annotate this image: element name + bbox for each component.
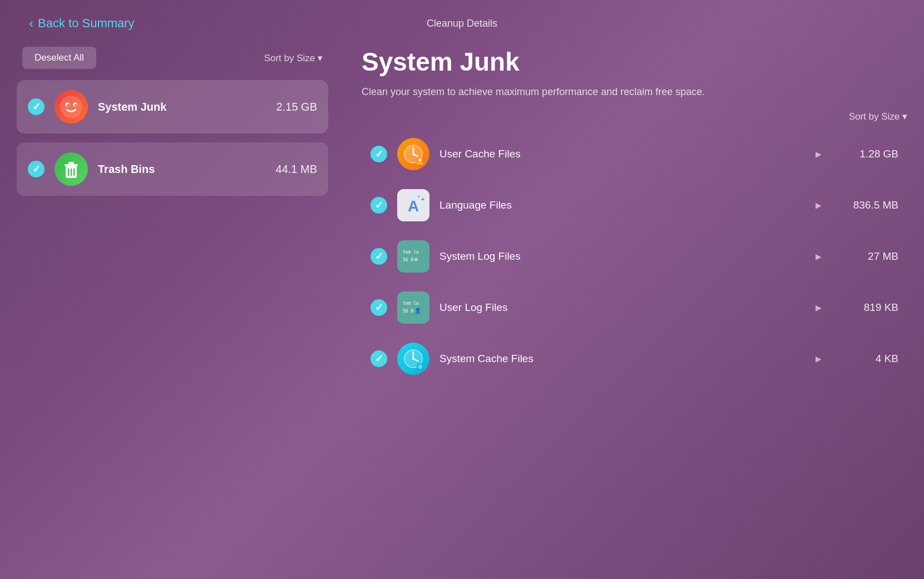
checkbox-user-cache[interactable]: ✓	[370, 146, 387, 162]
right-header: System Junk Clean your system to achieve…	[362, 47, 907, 100]
main-content: Deselect All Sort by Size ▾ ✓	[0, 47, 924, 579]
right-panel: System Junk Clean your system to achieve…	[328, 47, 907, 562]
language-label: Language Files	[439, 199, 806, 211]
expand-icon: ▶	[816, 252, 822, 261]
list-item-system-junk[interactable]: ✓ System Junk 2.15 GB	[17, 80, 328, 133]
check-icon: ✓	[375, 250, 383, 263]
syslog-label: System Log Files	[439, 250, 806, 263]
back-label: Back to Summary	[38, 16, 135, 31]
check-icon: ✓	[32, 101, 41, 113]
icon-userlog: tem lo 56 0👤	[397, 291, 429, 324]
header: ‹ Back to Summary Cleanup Details	[0, 0, 924, 47]
trash-bins-size: 44.1 MB	[276, 163, 317, 176]
check-icon: ✓	[375, 148, 383, 160]
icon-syslog: tem lo 56 0⚙	[397, 240, 429, 273]
check-icon: ✓	[375, 353, 383, 365]
left-panel: Deselect All Sort by Size ▾ ✓	[17, 47, 328, 562]
syscache-size: 4 KB	[843, 353, 898, 365]
svg-text:⚙: ⚙	[418, 364, 423, 370]
expand-icon: ▶	[816, 354, 822, 363]
icon-trash-bins	[55, 152, 88, 186]
detail-list: ✓ User Cache	[362, 131, 907, 382]
detail-description: Clean your system to achieve maximum per…	[362, 85, 740, 100]
svg-point-26	[412, 358, 414, 360]
list-item-trash-bins[interactable]: ✓ Trash Bins 44.1 MB	[17, 142, 328, 196]
svg-point-15	[412, 153, 414, 155]
syscache-label: System Cache Files	[439, 353, 806, 365]
svg-point-3	[67, 104, 69, 106]
svg-point-4	[75, 104, 77, 106]
userlog-size: 819 KB	[843, 301, 898, 314]
header-title: Cleanup Details	[427, 18, 497, 29]
checkbox-language[interactable]: ✓	[370, 197, 387, 214]
trash-bins-label: Trash Bins	[98, 163, 266, 176]
left-controls: Deselect All Sort by Size ▾	[17, 47, 328, 69]
svg-point-17	[419, 159, 422, 162]
detail-item-userlog[interactable]: ✓ tem lo 56 0👤 User Log Files ▶ 819 KB	[362, 285, 907, 330]
chevron-left-icon: ‹	[29, 16, 33, 31]
check-icon: ✓	[375, 301, 383, 314]
checkbox-trash-bins[interactable]: ✓	[28, 161, 45, 177]
svg-text:✦: ✦	[417, 195, 421, 199]
userlog-label: User Log Files	[439, 301, 806, 314]
expand-icon: ▶	[816, 303, 822, 312]
user-cache-label: User Cache Files	[439, 148, 806, 160]
svg-text:A: A	[408, 197, 419, 215]
detail-title: System Junk	[362, 47, 907, 77]
syslog-size: 27 MB	[843, 250, 898, 263]
deselect-all-button[interactable]: Deselect All	[22, 47, 96, 69]
detail-item-language[interactable]: ✓ A ✦ ✦ Language Files	[362, 182, 907, 228]
checkbox-system-junk[interactable]: ✓	[28, 98, 45, 115]
svg-point-0	[60, 96, 82, 118]
svg-text:✦: ✦	[421, 196, 425, 202]
svg-rect-7	[68, 162, 74, 165]
expand-icon: ▶	[816, 150, 822, 159]
detail-item-syslog[interactable]: ✓ tem lo 56 0⚙ System Log Files ▶ 27 MB	[362, 234, 907, 279]
system-junk-label: System Junk	[98, 101, 266, 113]
check-icon: ✓	[375, 199, 383, 211]
user-cache-size: 1.28 GB	[843, 148, 898, 160]
checkbox-syslog[interactable]: ✓	[370, 248, 387, 265]
right-sort-label[interactable]: Sort by Size ▾	[362, 111, 907, 122]
system-junk-size: 2.15 GB	[276, 101, 317, 113]
back-button[interactable]: ‹ Back to Summary	[22, 11, 141, 36]
left-sort-label[interactable]: Sort by Size ▾	[264, 52, 323, 64]
check-icon: ✓	[32, 163, 41, 175]
detail-item-user-cache[interactable]: ✓ User Cache	[362, 131, 907, 177]
checkbox-userlog[interactable]: ✓	[370, 299, 387, 316]
icon-system-junk	[55, 90, 88, 123]
icon-user-cache	[397, 138, 429, 170]
icon-language: A ✦ ✦	[397, 189, 429, 221]
checkbox-syscache[interactable]: ✓	[370, 350, 387, 367]
icon-syscache: ⚙	[397, 343, 429, 375]
language-size: 836.5 MB	[843, 199, 898, 211]
detail-item-syscache[interactable]: ✓ ⚙ System Cache Files ▶	[362, 336, 907, 382]
expand-icon: ▶	[816, 201, 822, 210]
